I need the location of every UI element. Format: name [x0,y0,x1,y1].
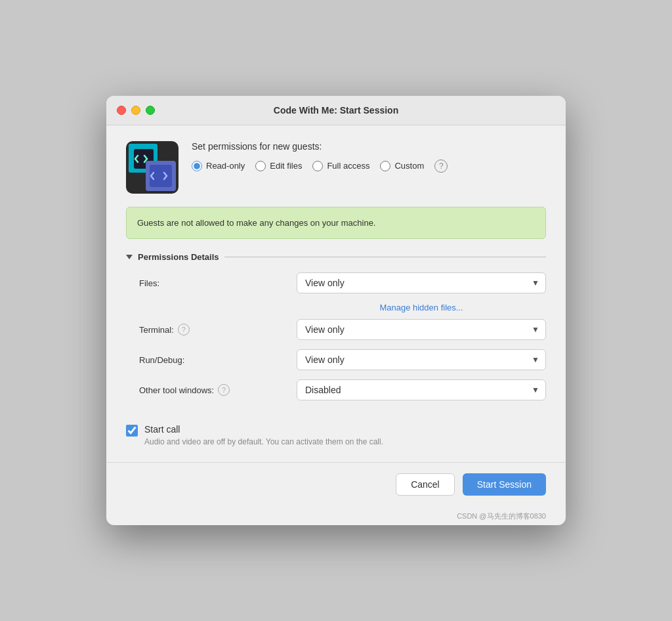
run-debug-select-wrap: View only Edit files Disabled ▼ [297,349,546,370]
radio-group: Read-only Edit files Full access Custom [192,160,546,173]
minimize-button[interactable] [131,106,140,115]
info-box: Guests are not allowed to make any chang… [126,207,546,240]
top-section: Set permissions for new guests: Read-onl… [126,141,546,194]
dialog-content: Set permissions for new guests: Read-onl… [106,125,566,463]
permissions-label: Set permissions for new guests: [192,141,546,152]
start-call-checkbox[interactable] [126,425,138,437]
watermark: CSDN @马先生的博客0830 [106,509,566,525]
radio-custom-label: Custom [394,161,424,171]
radio-custom-input[interactable] [380,161,390,171]
run-debug-label-wrap: Run/Debug: [139,355,297,365]
run-debug-select[interactable]: View only Edit files Disabled [297,349,546,370]
radio-edit-files-input[interactable] [255,161,266,171]
files-label: Files: [139,278,159,288]
start-call-text: Start call Audio and video are off by de… [144,424,383,446]
start-call-section: Start call Audio and video are off by de… [126,414,546,446]
window-title: Code With Me: Start Session [274,105,398,116]
close-button[interactable] [117,106,126,115]
permissions-section: Set permissions for new guests: Read-onl… [192,141,546,173]
permissions-details-header: Permissions Details [126,252,546,262]
manage-hidden-files-link[interactable]: Manage hidden files... [297,303,546,312]
maximize-button[interactable] [146,106,155,115]
radio-read-only-input[interactable] [192,161,202,171]
start-call-description: Audio and video are off by default. You … [144,437,383,446]
terminal-select[interactable]: View only Edit files Disabled [297,319,546,340]
files-select-wrap: View only Edit files Disabled ▼ [297,272,546,293]
other-tools-label: Other tool windows: [139,385,214,395]
run-debug-label: Run/Debug: [139,355,184,365]
radio-edit-files-label: Edit files [270,161,302,171]
run-debug-row: Run/Debug: View only Edit files Disabled… [139,349,546,370]
radio-read-only[interactable]: Read-only [192,161,245,171]
other-tools-select[interactable]: View only Edit files Disabled [297,379,546,400]
other-tools-label-wrap: Other tool windows: ? [139,384,297,396]
title-bar: Code With Me: Start Session [106,96,566,125]
terminal-help-icon[interactable]: ? [178,324,190,335]
svg-rect-6 [150,165,172,187]
radio-full-access[interactable]: Full access [312,161,369,171]
collapse-arrow-icon[interactable] [126,255,133,259]
permissions-details-title: Permissions Details [138,252,219,262]
cancel-button[interactable]: Cancel [396,473,455,496]
other-tools-help-icon[interactable]: ? [218,384,230,396]
permissions-help-icon[interactable]: ? [434,160,448,173]
other-tools-row: Other tool windows: ? View only Edit fil… [139,379,546,400]
other-tools-select-wrap: View only Edit files Disabled ▼ [297,379,546,400]
bottom-buttons: Cancel Start Session [106,462,566,509]
traffic-lights [117,106,155,115]
start-call-label: Start call [144,424,383,435]
dialog: Code With Me: Start Session [106,96,566,526]
radio-custom[interactable]: Custom [380,161,424,171]
terminal-select-wrap: View only Edit files Disabled ▼ [297,319,546,340]
radio-full-access-label: Full access [327,161,369,171]
files-select[interactable]: View only Edit files Disabled [297,272,546,293]
start-session-button[interactable]: Start Session [463,473,546,496]
files-row: Files: View only Edit files Disabled ▼ [139,272,546,293]
radio-read-only-label: Read-only [206,161,245,171]
radio-full-access-input[interactable] [312,161,323,171]
terminal-label-wrap: Terminal: ? [139,324,297,335]
permissions-details: Files: View only Edit files Disabled ▼ M… [126,272,546,400]
app-icon [126,141,178,194]
terminal-label: Terminal: [139,325,174,335]
divider-line [224,257,546,257]
radio-edit-files[interactable]: Edit files [255,161,302,171]
terminal-row: Terminal: ? View only Edit files Disable… [139,319,546,340]
files-label-wrap: Files: [139,278,297,288]
